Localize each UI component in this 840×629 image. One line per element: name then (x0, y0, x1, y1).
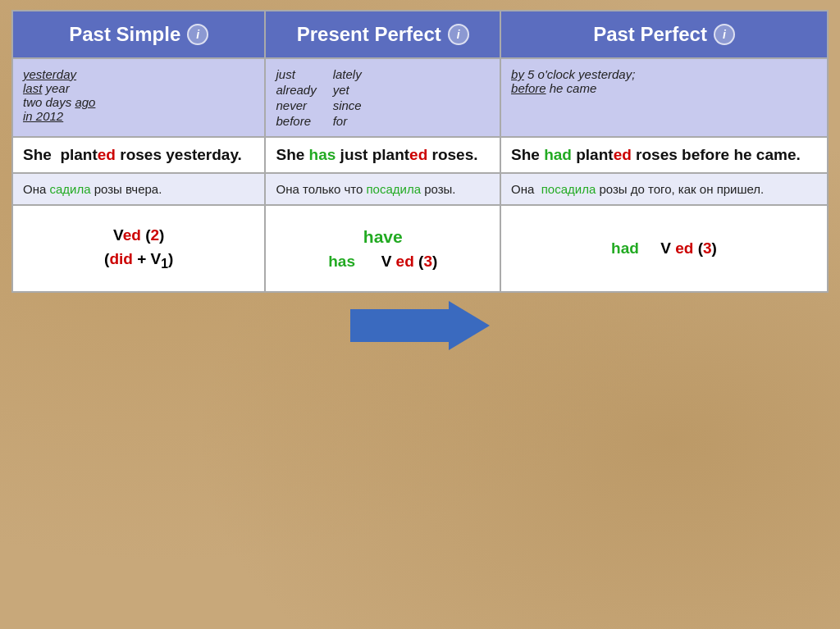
arrow-head (449, 301, 490, 350)
time-present-perfect: just already never before lately yet sin… (265, 58, 500, 137)
formula-past-perfect: had V ed (3) (500, 205, 828, 292)
example-past-simple: She planted roses yesterday. (12, 137, 265, 173)
time-past-perfect: by 5 o'clock yesterday; before he came (500, 58, 828, 137)
russian-past-simple: Она садила розы вчера. (12, 173, 265, 205)
formula-row: Ved (2) (did + V1) have has V ed (3) had… (12, 205, 828, 292)
example-sentences-row: She planted roses yesterday. She has jus… (12, 137, 828, 173)
header-present-perfect: Present Perfect i (265, 11, 500, 58)
header-past-simple: Past Simple i (12, 11, 265, 58)
arrow-body (350, 309, 449, 342)
info-icon-past-simple[interactable]: i (187, 24, 208, 45)
time-expressions-row: yesterday last year two days ago in 2012… (12, 58, 828, 137)
example-past-perfect: She had planted roses before he came. (500, 137, 828, 173)
header-row: Past Simple i Present Perfect i Past Per… (12, 11, 828, 58)
russian-translation-row: Она садила розы вчера. Она только что по… (12, 173, 828, 205)
time-past-simple: yesterday last year two days ago in 2012 (12, 58, 265, 137)
main-table: Past Simple i Present Perfect i Past Per… (11, 10, 829, 293)
info-icon-past-perfect[interactable]: i (714, 24, 735, 45)
example-present-perfect: She has just planted roses. (265, 137, 500, 173)
formula-past-simple: Ved (2) (did + V1) (12, 205, 265, 292)
direction-arrow (350, 301, 490, 350)
formula-present-perfect: have has V ed (3) (265, 205, 500, 292)
header-past-perfect: Past Perfect i (500, 11, 828, 58)
arrow-container (350, 301, 490, 350)
russian-present-perfect: Она только что посадила розы. (265, 173, 500, 205)
russian-past-perfect: Она посадила розы до того, как он пришел… (500, 173, 828, 205)
info-icon-present-perfect[interactable]: i (448, 24, 469, 45)
